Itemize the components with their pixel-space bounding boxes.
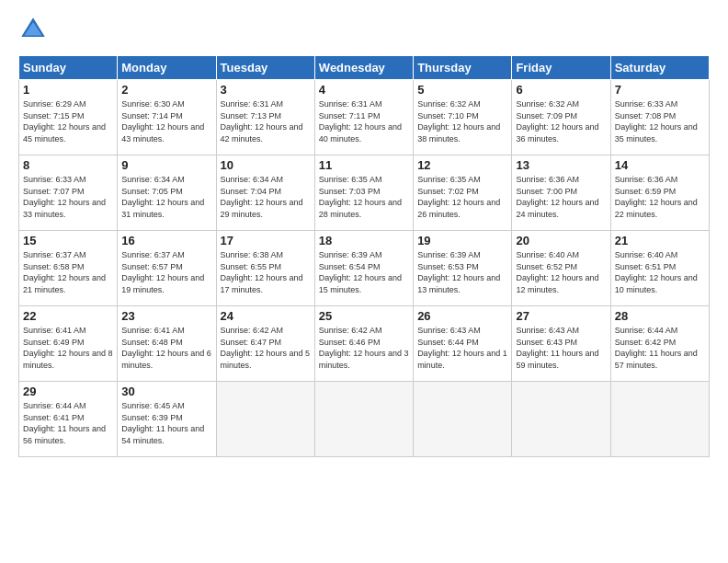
calendar-day-cell: 26Sunrise: 6:43 AMSunset: 6:44 PMDayligh…: [414, 306, 512, 382]
day-info: Sunrise: 6:43 AMSunset: 6:43 PMDaylight:…: [516, 325, 606, 371]
calendar-day-cell: 6Sunrise: 6:32 AMSunset: 7:09 PMDaylight…: [512, 80, 610, 155]
day-number: 22: [23, 309, 113, 323]
day-number: 11: [319, 158, 409, 172]
day-number: 9: [121, 158, 211, 172]
day-number: 21: [615, 234, 705, 247]
calendar-day-cell: [512, 382, 610, 457]
calendar-week-row: 8Sunrise: 6:33 AMSunset: 7:07 PMDaylight…: [19, 155, 710, 231]
day-info: Sunrise: 6:41 AMSunset: 6:49 PMDaylight:…: [23, 325, 113, 371]
calendar-day-cell: 7Sunrise: 6:33 AMSunset: 7:08 PMDaylight…: [610, 80, 709, 155]
day-header-thursday: Thursday: [414, 56, 512, 80]
calendar-day-cell: 9Sunrise: 6:34 AMSunset: 7:05 PMDaylight…: [118, 155, 216, 231]
day-info: Sunrise: 6:37 AMSunset: 6:58 PMDaylight:…: [23, 249, 113, 295]
day-info: Sunrise: 6:42 AMSunset: 6:47 PMDaylight:…: [221, 325, 311, 371]
day-number: 8: [23, 158, 113, 172]
day-number: 28: [615, 309, 705, 323]
day-info: Sunrise: 6:34 AMSunset: 7:04 PMDaylight:…: [221, 174, 311, 220]
calendar-day-cell: 5Sunrise: 6:32 AMSunset: 7:10 PMDaylight…: [414, 80, 512, 155]
calendar-day-cell: 2Sunrise: 6:30 AMSunset: 7:14 PMDaylight…: [118, 80, 216, 155]
day-info: Sunrise: 6:31 AMSunset: 7:11 PMDaylight:…: [319, 98, 409, 144]
day-info: Sunrise: 6:35 AMSunset: 7:02 PMDaylight:…: [417, 174, 507, 220]
day-number: 3: [221, 83, 311, 97]
day-info: Sunrise: 6:34 AMSunset: 7:05 PMDaylight:…: [121, 174, 211, 220]
calendar-day-cell: 27Sunrise: 6:43 AMSunset: 6:43 PMDayligh…: [512, 306, 610, 382]
day-header-monday: Monday: [118, 56, 216, 80]
day-header-saturday: Saturday: [610, 56, 709, 80]
day-info: Sunrise: 6:35 AMSunset: 7:03 PMDaylight:…: [319, 174, 409, 220]
page: SundayMondayTuesdayWednesdayThursdayFrid…: [0, 0, 728, 563]
calendar-day-cell: 4Sunrise: 6:31 AMSunset: 7:11 PMDaylight…: [314, 80, 413, 155]
day-info: Sunrise: 6:39 AMSunset: 6:53 PMDaylight:…: [417, 249, 507, 295]
day-info: Sunrise: 6:40 AMSunset: 6:52 PMDaylight:…: [516, 249, 606, 295]
day-info: Sunrise: 6:33 AMSunset: 7:08 PMDaylight:…: [615, 98, 705, 144]
day-number: 14: [615, 158, 705, 172]
calendar-day-cell: 20Sunrise: 6:40 AMSunset: 6:52 PMDayligh…: [512, 231, 610, 306]
day-number: 29: [23, 385, 113, 398]
day-number: 30: [121, 385, 211, 398]
calendar-day-cell: [610, 382, 709, 457]
calendar-day-cell: [216, 382, 314, 457]
day-info: Sunrise: 6:32 AMSunset: 7:09 PMDaylight:…: [516, 98, 606, 144]
day-number: 10: [221, 158, 311, 172]
calendar-week-row: 29Sunrise: 6:44 AMSunset: 6:41 PMDayligh…: [19, 382, 710, 457]
day-info: Sunrise: 6:36 AMSunset: 7:00 PMDaylight:…: [516, 174, 606, 220]
day-info: Sunrise: 6:32 AMSunset: 7:10 PMDaylight:…: [417, 98, 507, 144]
day-number: 17: [221, 234, 311, 247]
calendar-day-cell: 1Sunrise: 6:29 AMSunset: 7:15 PMDaylight…: [19, 80, 118, 155]
day-info: Sunrise: 6:41 AMSunset: 6:48 PMDaylight:…: [121, 325, 211, 371]
calendar-day-cell: 22Sunrise: 6:41 AMSunset: 6:49 PMDayligh…: [19, 306, 118, 382]
day-info: Sunrise: 6:44 AMSunset: 6:41 PMDaylight:…: [23, 400, 113, 446]
day-info: Sunrise: 6:36 AMSunset: 6:59 PMDaylight:…: [615, 174, 705, 220]
day-header-tuesday: Tuesday: [216, 56, 314, 80]
day-number: 6: [516, 83, 606, 97]
calendar-day-cell: 21Sunrise: 6:40 AMSunset: 6:51 PMDayligh…: [610, 231, 709, 306]
calendar-day-cell: 24Sunrise: 6:42 AMSunset: 6:47 PMDayligh…: [216, 306, 314, 382]
calendar-day-cell: 28Sunrise: 6:44 AMSunset: 6:42 PMDayligh…: [610, 306, 709, 382]
logo-icon: [18, 15, 48, 44]
calendar-day-cell: 11Sunrise: 6:35 AMSunset: 7:03 PMDayligh…: [314, 155, 413, 231]
day-number: 16: [121, 234, 211, 247]
calendar-table: SundayMondayTuesdayWednesdayThursdayFrid…: [18, 55, 710, 457]
day-number: 19: [417, 234, 507, 247]
day-number: 24: [221, 309, 311, 323]
day-header-friday: Friday: [512, 56, 610, 80]
day-number: 7: [615, 83, 705, 97]
day-number: 2: [121, 83, 211, 97]
calendar-week-row: 15Sunrise: 6:37 AMSunset: 6:58 PMDayligh…: [19, 231, 710, 306]
day-info: Sunrise: 6:31 AMSunset: 7:13 PMDaylight:…: [221, 98, 311, 144]
calendar-day-cell: 18Sunrise: 6:39 AMSunset: 6:54 PMDayligh…: [314, 231, 413, 306]
calendar-week-row: 22Sunrise: 6:41 AMSunset: 6:49 PMDayligh…: [19, 306, 710, 382]
day-number: 12: [417, 158, 507, 172]
day-info: Sunrise: 6:40 AMSunset: 6:51 PMDaylight:…: [615, 249, 705, 295]
calendar-day-cell: 30Sunrise: 6:45 AMSunset: 6:39 PMDayligh…: [118, 382, 216, 457]
day-number: 20: [516, 234, 606, 247]
day-info: Sunrise: 6:38 AMSunset: 6:55 PMDaylight:…: [221, 249, 311, 295]
day-number: 4: [319, 83, 409, 97]
day-number: 1: [23, 83, 113, 97]
day-number: 23: [121, 309, 211, 323]
calendar-day-cell: 15Sunrise: 6:37 AMSunset: 6:58 PMDayligh…: [19, 231, 118, 306]
calendar-day-cell: 23Sunrise: 6:41 AMSunset: 6:48 PMDayligh…: [118, 306, 216, 382]
day-info: Sunrise: 6:39 AMSunset: 6:54 PMDaylight:…: [319, 249, 409, 295]
day-info: Sunrise: 6:30 AMSunset: 7:14 PMDaylight:…: [121, 98, 211, 144]
day-number: 13: [516, 158, 606, 172]
calendar-day-cell: 29Sunrise: 6:44 AMSunset: 6:41 PMDayligh…: [19, 382, 118, 457]
day-info: Sunrise: 6:29 AMSunset: 7:15 PMDaylight:…: [23, 98, 113, 144]
day-info: Sunrise: 6:33 AMSunset: 7:07 PMDaylight:…: [23, 174, 113, 220]
day-info: Sunrise: 6:45 AMSunset: 6:39 PMDaylight:…: [121, 400, 211, 446]
calendar-day-cell: 14Sunrise: 6:36 AMSunset: 6:59 PMDayligh…: [610, 155, 709, 231]
calendar-day-cell: 13Sunrise: 6:36 AMSunset: 7:00 PMDayligh…: [512, 155, 610, 231]
day-number: 18: [319, 234, 409, 247]
day-info: Sunrise: 6:43 AMSunset: 6:44 PMDaylight:…: [417, 325, 507, 371]
calendar-day-cell: 25Sunrise: 6:42 AMSunset: 6:46 PMDayligh…: [314, 306, 413, 382]
calendar-day-cell: 8Sunrise: 6:33 AMSunset: 7:07 PMDaylight…: [19, 155, 118, 231]
day-header-sunday: Sunday: [19, 56, 118, 80]
calendar-day-cell: 10Sunrise: 6:34 AMSunset: 7:04 PMDayligh…: [216, 155, 314, 231]
day-header-wednesday: Wednesday: [314, 56, 413, 80]
day-number: 15: [23, 234, 113, 247]
calendar-week-row: 1Sunrise: 6:29 AMSunset: 7:15 PMDaylight…: [19, 80, 710, 155]
calendar-header-row: SundayMondayTuesdayWednesdayThursdayFrid…: [19, 56, 710, 80]
calendar-day-cell: [314, 382, 413, 457]
calendar-day-cell: 19Sunrise: 6:39 AMSunset: 6:53 PMDayligh…: [414, 231, 512, 306]
calendar-day-cell: 17Sunrise: 6:38 AMSunset: 6:55 PMDayligh…: [216, 231, 314, 306]
